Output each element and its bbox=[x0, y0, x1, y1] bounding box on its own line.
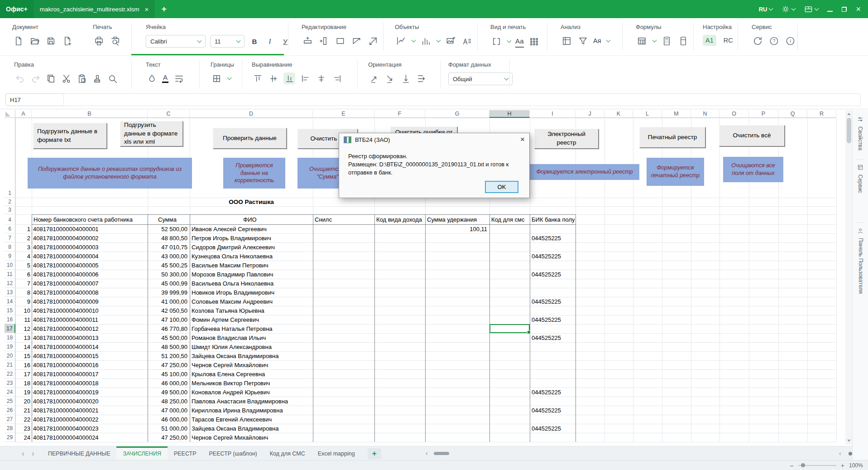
cell-amount[interactable]: 43 000,00 bbox=[148, 252, 187, 261]
cell-account[interactable]: 40817810000004000004 bbox=[33, 252, 146, 261]
macro-button-1[interactable]: Подгрузить данные в формате txt bbox=[33, 123, 107, 149]
vertical-scrollbar[interactable] bbox=[845, 110, 853, 445]
cell-amount[interactable]: 47 250,00 bbox=[148, 433, 187, 442]
column-header-M[interactable]: M bbox=[662, 110, 691, 118]
sheet-tab-ЗАЧИСЛЕНИЯ[interactable]: ЗАЧИСЛЕНИЯ bbox=[116, 446, 167, 460]
merge-cells-icon[interactable] bbox=[334, 35, 346, 47]
a1-reference-button[interactable]: A1 bbox=[703, 35, 716, 46]
row-header-22[interactable]: 22 bbox=[5, 369, 15, 378]
row-header-28[interactable]: 28 bbox=[5, 424, 15, 433]
close-button[interactable]: × bbox=[856, 5, 861, 14]
row-header-24[interactable]: 24 bbox=[5, 388, 15, 397]
selected-cell-H17[interactable] bbox=[489, 324, 530, 333]
cell-fio[interactable]: Мельников Виктор Петрович bbox=[192, 378, 311, 388]
cell-bik[interactable]: 044525225 bbox=[532, 270, 574, 279]
name-box[interactable]: H17 bbox=[5, 93, 68, 106]
rc-reference-button[interactable]: RC bbox=[721, 35, 736, 46]
new-tab-button[interactable]: + bbox=[155, 4, 173, 14]
column-header-D[interactable]: D bbox=[190, 110, 313, 118]
cell-account[interactable]: 40817810000004000015 bbox=[33, 351, 146, 360]
cell-amount[interactable]: 48 500,90 bbox=[148, 342, 187, 351]
document-tab[interactable]: makros_zachislenie_multireestr.xlsm × bbox=[34, 0, 155, 18]
cell-seq[interactable]: 5 bbox=[15, 261, 30, 270]
row-header-15[interactable]: 15 bbox=[5, 306, 15, 315]
bold-button[interactable]: B bbox=[249, 35, 260, 47]
cell-amount[interactable]: 46 000,00 bbox=[148, 378, 187, 388]
table-header-cell[interactable]: Снилс bbox=[315, 214, 374, 224]
row-header-2[interactable]: 2 bbox=[5, 198, 15, 206]
print-preview-icon[interactable] bbox=[109, 35, 121, 47]
update-icon[interactable] bbox=[752, 35, 763, 47]
sheet-tab-Код для СМС[interactable]: Код для СМС bbox=[264, 446, 312, 460]
cell-amount[interactable]: 50 300,00 bbox=[148, 270, 187, 279]
row-header-8[interactable]: 8 bbox=[5, 242, 15, 252]
macro-button-2[interactable]: Подгрузить данные в формате xls или xml bbox=[120, 121, 183, 146]
cell-fio[interactable]: Коновалов Андрей Юрьевич bbox=[192, 388, 311, 397]
table-header-cell[interactable]: Код для смс bbox=[491, 214, 529, 224]
sheet-nav-right-icon[interactable]: › bbox=[28, 450, 38, 458]
align-right-icon[interactable] bbox=[331, 73, 343, 84]
column-header-Q[interactable]: Q bbox=[778, 110, 807, 118]
row-header-19[interactable]: 19 bbox=[5, 342, 15, 351]
cell-account[interactable]: 40817810000004000017 bbox=[33, 369, 146, 378]
row-header-26[interactable]: 26 bbox=[5, 406, 15, 415]
column-header-C[interactable]: C bbox=[148, 110, 190, 118]
select-all-corner[interactable] bbox=[5, 110, 15, 118]
fill-color-icon[interactable] bbox=[146, 73, 158, 84]
filter-icon[interactable] bbox=[577, 35, 589, 47]
cell-amount[interactable]: 51 200,50 bbox=[148, 351, 187, 360]
cell-bik[interactable]: 044525225 bbox=[532, 406, 574, 415]
document-tab-close-icon[interactable]: × bbox=[145, 5, 149, 13]
cell-amount[interactable]: 45 000,99 bbox=[148, 279, 187, 288]
cell-fio[interactable]: Павлова Анастасия Владимировна bbox=[192, 397, 311, 406]
row-header-12[interactable]: 12 bbox=[5, 279, 15, 288]
cell-amount[interactable]: 42 050,50 bbox=[148, 306, 187, 315]
cell-amount[interactable]: 45 100,00 bbox=[148, 369, 187, 378]
cell-account[interactable]: 40817810000004000010 bbox=[33, 306, 146, 315]
open-file-icon[interactable] bbox=[29, 35, 40, 47]
cell-seq[interactable]: 11 bbox=[15, 315, 30, 324]
row-header-7[interactable]: 7 bbox=[5, 233, 15, 242]
cell-seq[interactable]: 10 bbox=[15, 306, 30, 315]
cell-seq[interactable]: 1 bbox=[15, 224, 30, 233]
horizontal-scroll-thumb[interactable] bbox=[434, 452, 449, 455]
cell-seq[interactable]: 19 bbox=[15, 388, 30, 397]
cell-seq[interactable]: 22 bbox=[15, 415, 30, 424]
pivot-table-icon[interactable] bbox=[561, 35, 572, 47]
language-switcher[interactable]: RU bbox=[759, 6, 773, 13]
cell-account[interactable]: 40817810000004000011 bbox=[33, 315, 146, 324]
formula-input[interactable] bbox=[63, 93, 861, 106]
align-center-icon[interactable] bbox=[315, 73, 327, 84]
cell-seq[interactable]: 9 bbox=[15, 297, 30, 306]
cell-fio[interactable]: Кириллова Ирина Владимировна bbox=[192, 406, 311, 415]
company-title-cell[interactable]: ООО Растишка bbox=[190, 198, 313, 206]
panel-toggle-dot[interactable] bbox=[849, 452, 852, 455]
cell-fio[interactable]: Горбачева Наталья Петровна bbox=[192, 324, 311, 333]
cell-bik[interactable]: 044525225 bbox=[532, 388, 574, 397]
column-header-K[interactable]: K bbox=[604, 110, 633, 118]
cell-seq[interactable]: 13 bbox=[15, 333, 30, 342]
service-panel-item[interactable]: Сервис bbox=[853, 164, 868, 193]
cell-amount[interactable]: 47 010,75 bbox=[148, 242, 187, 252]
sheet-tab-РЕЕСТР[interactable]: РЕЕСТР bbox=[168, 446, 203, 460]
cell-seq[interactable]: 7 bbox=[15, 279, 30, 288]
cell-seq[interactable]: 20 bbox=[15, 397, 30, 406]
cell-bik[interactable]: 044525225 bbox=[532, 233, 574, 242]
cell-fio[interactable]: Фомин Артем Сергеевич bbox=[192, 315, 311, 324]
row-header-23[interactable]: 23 bbox=[5, 378, 15, 388]
zoom-out-button[interactable]: − bbox=[790, 462, 794, 470]
save-icon[interactable] bbox=[45, 35, 57, 47]
user-panel-item[interactable]: Панель Пользователя bbox=[853, 227, 868, 294]
cell-fio[interactable]: Козлова Татьяна Юрьевна bbox=[192, 306, 311, 315]
sparkline-icon[interactable] bbox=[395, 35, 407, 47]
column-header-R[interactable]: R bbox=[807, 110, 836, 118]
row-header-27[interactable]: 27 bbox=[5, 415, 15, 424]
cell-account[interactable]: 40817810000004000024 bbox=[33, 433, 146, 442]
sheet-tab-ПЕРВИЧНЫЕ ДАННЫЕ[interactable]: ПЕРВИЧНЫЕ ДАННЫЕ bbox=[42, 446, 116, 460]
dialog-title-bar[interactable]: ВТБ24 (ЗАО) × bbox=[339, 133, 529, 146]
column-header-H[interactable]: H bbox=[489, 110, 530, 118]
cell-account[interactable]: 40817810000004000016 bbox=[33, 360, 146, 369]
cell-amount[interactable]: 47 000,00 bbox=[148, 406, 187, 415]
align-left-icon[interactable] bbox=[299, 73, 311, 84]
cell-account[interactable]: 40817810000004000018 bbox=[33, 378, 146, 388]
